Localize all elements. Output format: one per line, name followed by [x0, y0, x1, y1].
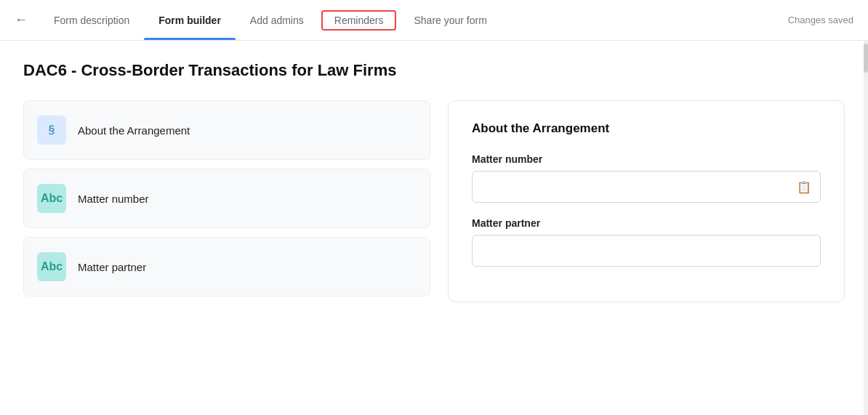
field-group-matter-partner: Matter partner [472, 217, 821, 267]
field-label-matter-partner: Matter partner [472, 217, 821, 229]
back-button[interactable]: ← [15, 12, 28, 28]
list-item[interactable]: § About the Arrangement [23, 100, 430, 160]
field-input-matter-number[interactable]: 📋 [472, 171, 821, 203]
field-group-matter-number: Matter number 📋 [472, 153, 821, 203]
nav-bar: ← Form description Form builder Add admi… [0, 0, 868, 41]
field-label-matter-number: Matter number [472, 153, 821, 165]
nav-tabs: Form description Form builder Add admins… [39, 0, 788, 40]
left-column: § About the Arrangement Abc Matter numbe… [23, 100, 430, 302]
tab-reminders[interactable]: Reminders [321, 10, 397, 31]
tab-add-admins[interactable]: Add admins [236, 0, 318, 40]
scrollbar-thumb[interactable] [864, 44, 868, 73]
preview-section-title: About the Arrangement [472, 121, 821, 136]
preview-panel: About the Arrangement Matter number 📋 Ma… [448, 100, 845, 302]
section-label-matter-number: Matter number [78, 193, 149, 205]
section-label-about: About the Arrangement [78, 124, 190, 137]
scrollbar-track[interactable] [864, 41, 868, 415]
section-label-matter-partner: Matter partner [78, 261, 146, 273]
clipboard-icon: 📋 [797, 180, 811, 194]
section-icon-about: § [37, 116, 66, 145]
main-content: DAC6 - Cross-Border Transactions for Law… [0, 41, 868, 317]
list-item[interactable]: Abc Matter partner [23, 237, 430, 297]
section-icon-matter-partner: Abc [37, 252, 66, 281]
tab-share-your-form[interactable]: Share your form [399, 0, 501, 40]
changes-saved-status: Changes saved [788, 15, 853, 25]
columns-layout: § About the Arrangement Abc Matter numbe… [23, 100, 845, 302]
tab-form-description[interactable]: Form description [39, 0, 144, 40]
tab-form-builder[interactable]: Form builder [144, 0, 236, 40]
section-icon-matter-number: Abc [37, 184, 66, 213]
list-item[interactable]: Abc Matter number [23, 169, 430, 228]
page-title: DAC6 - Cross-Border Transactions for Law… [23, 61, 845, 80]
field-input-matter-partner[interactable] [472, 235, 821, 267]
